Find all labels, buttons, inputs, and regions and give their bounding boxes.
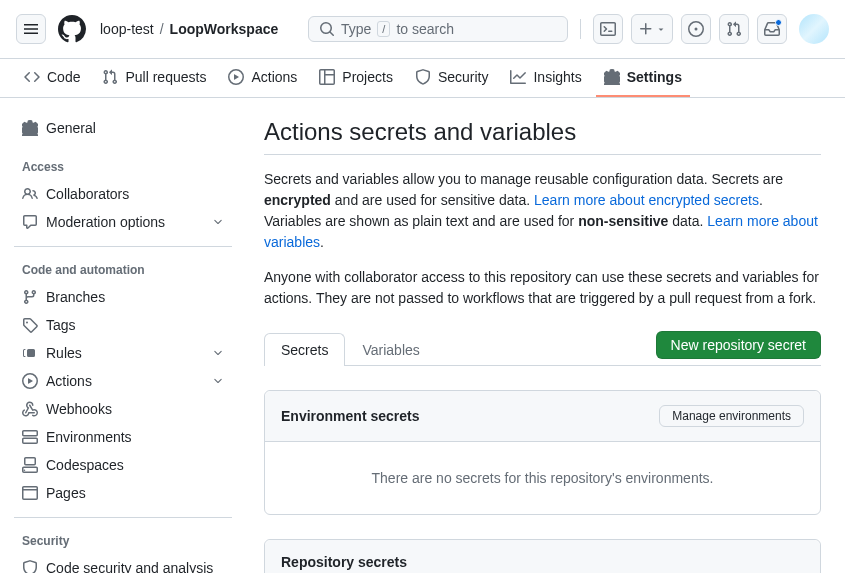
- pull-requests-button[interactable]: [719, 14, 749, 44]
- nav-code-label: Code: [47, 69, 80, 85]
- sidebar-webhooks-label: Webhooks: [46, 401, 112, 417]
- chevron-down-icon: [212, 216, 224, 228]
- manage-environments-button[interactable]: Manage environments: [659, 405, 804, 427]
- sidebar-tags-label: Tags: [46, 317, 76, 333]
- sidebar-pages-label: Pages: [46, 485, 86, 501]
- link-encrypted-secrets[interactable]: Learn more about encrypted secrets: [534, 192, 759, 208]
- search-placeholder-post: to search: [396, 21, 454, 37]
- sidebar-collaborators-label: Collaborators: [46, 186, 129, 202]
- sidebar-heading-security: Security: [14, 528, 232, 554]
- main-content: Actions secrets and variables Secrets an…: [240, 98, 845, 573]
- topbar: loop-test / LoopWorkspace Type / to sear…: [0, 0, 845, 59]
- sidebar-moderation[interactable]: Moderation options: [14, 208, 232, 236]
- terminal-icon: [600, 21, 616, 37]
- issues-button[interactable]: [681, 14, 711, 44]
- breadcrumb-owner[interactable]: loop-test: [100, 21, 154, 37]
- issue-icon: [688, 21, 704, 37]
- nav-projects[interactable]: Projects: [311, 59, 401, 97]
- notification-indicator: [775, 19, 782, 26]
- sidebar-actions-label: Actions: [46, 373, 92, 389]
- settings-sidebar: General Access Collaborators Moderation …: [0, 98, 240, 573]
- table-icon: [319, 69, 335, 85]
- search-icon: [319, 21, 335, 37]
- pr-icon: [726, 21, 742, 37]
- env-secrets-empty: There are no secrets for this repository…: [265, 442, 820, 514]
- nav-settings[interactable]: Settings: [596, 59, 690, 97]
- play-icon: [228, 69, 244, 85]
- sidebar-codesec-label: Code security and analysis: [46, 560, 213, 573]
- page-description-2: Anyone with collaborator access to this …: [264, 267, 821, 309]
- nav-insights[interactable]: Insights: [502, 59, 589, 97]
- github-logo[interactable]: [58, 15, 86, 43]
- nav-pulls-label: Pull requests: [125, 69, 206, 85]
- nav-insights-label: Insights: [533, 69, 581, 85]
- shield-icon: [22, 560, 38, 573]
- create-new-button[interactable]: [631, 14, 673, 44]
- topbar-separator: [580, 19, 581, 39]
- plus-icon: [638, 21, 654, 37]
- sidebar-environments-label: Environments: [46, 429, 132, 445]
- breadcrumb-repo[interactable]: LoopWorkspace: [170, 21, 279, 37]
- command-palette-button[interactable]: [593, 14, 623, 44]
- people-icon: [22, 186, 38, 202]
- page-description-1: Secrets and variables allow you to manag…: [264, 169, 821, 253]
- environment-secrets-panel: Environment secrets Manage environments …: [264, 390, 821, 515]
- shield-icon: [415, 69, 431, 85]
- search-input[interactable]: Type / to search: [308, 16, 568, 42]
- webhook-icon: [22, 401, 38, 417]
- sidebar-general[interactable]: General: [14, 114, 232, 142]
- sidebar-heading-access: Access: [14, 154, 232, 180]
- nav-security[interactable]: Security: [407, 59, 497, 97]
- gear-icon: [604, 69, 620, 85]
- chevron-down-icon: [656, 24, 666, 34]
- chevron-down-icon: [212, 347, 224, 359]
- page-title: Actions secrets and variables: [264, 118, 821, 155]
- sidebar-actions[interactable]: Actions: [14, 367, 232, 395]
- browser-icon: [22, 485, 38, 501]
- sidebar-codespaces[interactable]: Codespaces: [14, 451, 232, 479]
- chevron-down-icon: [212, 375, 224, 387]
- pr-icon: [102, 69, 118, 85]
- env-secrets-title: Environment secrets: [281, 408, 420, 424]
- nav-actions-label: Actions: [251, 69, 297, 85]
- sidebar-collaborators[interactable]: Collaborators: [14, 180, 232, 208]
- graph-icon: [510, 69, 526, 85]
- sidebar-codespaces-label: Codespaces: [46, 457, 124, 473]
- notifications-button[interactable]: [757, 14, 787, 44]
- hamburger-menu[interactable]: [16, 14, 46, 44]
- code-icon: [24, 69, 40, 85]
- new-repository-secret-button[interactable]: New repository secret: [656, 331, 821, 359]
- hamburger-icon: [23, 21, 39, 37]
- play-icon: [22, 373, 38, 389]
- sidebar-general-label: General: [46, 120, 96, 136]
- repo-secrets-title: Repository secrets: [281, 554, 407, 570]
- tab-secrets[interactable]: Secrets: [264, 333, 345, 366]
- repo-nav: Code Pull requests Actions Projects Secu…: [0, 59, 845, 98]
- search-placeholder-pre: Type: [341, 21, 371, 37]
- gear-icon: [22, 120, 38, 136]
- sidebar-divider: [14, 246, 232, 247]
- sidebar-environments[interactable]: Environments: [14, 423, 232, 451]
- nav-settings-label: Settings: [627, 69, 682, 85]
- sidebar-code-security[interactable]: Code security and analysis: [14, 554, 232, 573]
- sidebar-rules[interactable]: Rules: [14, 339, 232, 367]
- nav-actions[interactable]: Actions: [220, 59, 305, 97]
- tag-icon: [22, 317, 38, 333]
- branch-icon: [22, 289, 38, 305]
- sidebar-moderation-label: Moderation options: [46, 214, 165, 230]
- sidebar-divider: [14, 517, 232, 518]
- tab-variables[interactable]: Variables: [345, 333, 436, 366]
- sidebar-webhooks[interactable]: Webhooks: [14, 395, 232, 423]
- sidebar-branches[interactable]: Branches: [14, 283, 232, 311]
- search-slash: /: [377, 21, 390, 37]
- nav-code[interactable]: Code: [16, 59, 88, 97]
- nav-pulls[interactable]: Pull requests: [94, 59, 214, 97]
- breadcrumb-sep: /: [160, 21, 164, 37]
- sidebar-pages[interactable]: Pages: [14, 479, 232, 507]
- sidebar-branches-label: Branches: [46, 289, 105, 305]
- tabs-row: Secrets Variables New repository secret: [264, 331, 821, 366]
- user-avatar[interactable]: [799, 14, 829, 44]
- panel-header-repo: Repository secrets: [265, 540, 820, 573]
- sidebar-tags[interactable]: Tags: [14, 311, 232, 339]
- breadcrumb: loop-test / LoopWorkspace: [100, 21, 278, 37]
